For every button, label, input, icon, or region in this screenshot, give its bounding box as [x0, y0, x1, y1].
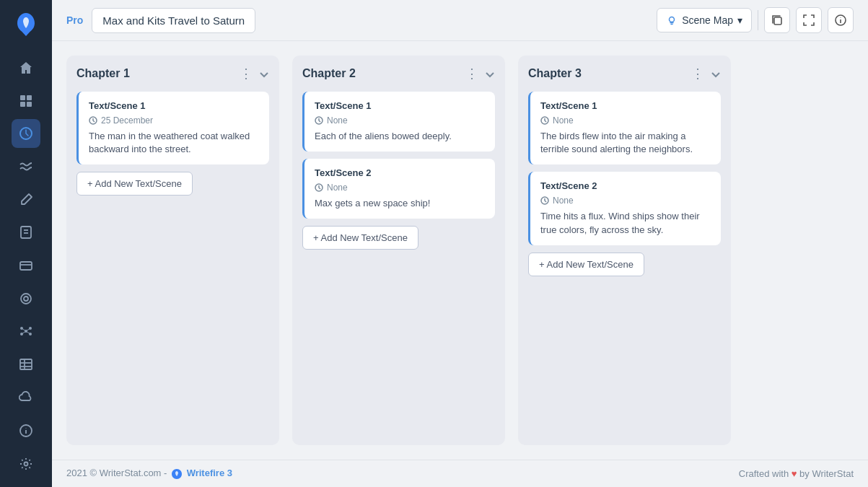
scene-label-ch1-s1: Text/Scene 1 — [89, 100, 259, 111]
scene-text-ch3-s1: The birds flew into the air making a ter… — [540, 130, 711, 156]
scene-label-ch3-s1: Text/Scene 1 — [540, 100, 711, 111]
svg-rect-21 — [20, 359, 32, 369]
chapter-actions-1: ⋮ — [240, 66, 269, 82]
chapters-container: Chapter 1⋮Text/Scene 125 DecemberThe man… — [66, 56, 854, 445]
svg-line-19 — [22, 331, 26, 334]
scene-text-ch2-s1: Each of the aliens bowed deeply. — [315, 130, 485, 143]
header-actions: Scene Map ▾ — [657, 7, 854, 33]
svg-rect-3 — [27, 102, 32, 107]
scene-map-button[interactable]: Scene Map ▾ — [657, 8, 752, 32]
sidebar-item-settings[interactable] — [12, 449, 40, 478]
footer: 2021 © WriterStat.com - Writefire 3 Craf… — [52, 460, 868, 487]
scene-meta-ch3-s1: None — [540, 115, 711, 126]
sidebar-item-grid[interactable] — [12, 87, 40, 115]
svg-rect-5 — [21, 227, 31, 238]
scene-meta-ch3-s2: None — [540, 196, 711, 206]
sidebar-item-book[interactable] — [12, 219, 40, 247]
chapter-more-button-3[interactable]: ⋮ — [691, 66, 705, 82]
scene-meta-ch1-s1: 25 December — [89, 115, 259, 126]
scene-text-ch3-s2: Time hits a flux. Wind ships show their … — [540, 210, 711, 236]
sidebar-item-info[interactable] — [12, 416, 40, 445]
chapter-collapse-button-2[interactable] — [485, 68, 495, 79]
sidebar-item-cloud[interactable] — [12, 383, 40, 412]
sidebar-item-table[interactable] — [12, 350, 40, 379]
fullscreen-button[interactable] — [796, 7, 822, 33]
main-content: Pro Max and Kits Travel to Saturn Scene … — [52, 0, 868, 487]
dropdown-chevron-icon: ▾ — [737, 14, 742, 26]
chapter-title-3: Chapter 3 — [528, 67, 582, 80]
svg-point-28 — [25, 462, 28, 466]
scene-text-ch2-s2: Max gets a new space ship! — [315, 197, 485, 210]
scene-card-ch1-s1[interactable]: Text/Scene 125 DecemberThe man in the we… — [76, 92, 269, 164]
sidebar-item-write[interactable] — [12, 185, 40, 214]
sidebar-item-cluster[interactable] — [12, 317, 40, 346]
header: Pro Max and Kits Travel to Saturn Scene … — [52, 0, 868, 41]
scene-card-ch2-s2[interactable]: Text/Scene 2NoneMax gets a new space shi… — [302, 159, 495, 219]
svg-line-17 — [22, 328, 26, 331]
chapter-actions-2: ⋮ — [465, 66, 495, 82]
svg-rect-2 — [20, 102, 25, 107]
sidebar-item-home[interactable] — [12, 53, 40, 82]
svg-point-27 — [26, 428, 27, 429]
heart-icon: ♥ — [792, 468, 797, 479]
svg-point-11 — [24, 297, 28, 301]
svg-rect-1 — [27, 95, 32, 100]
scene-label-ch3-s2: Text/Scene 2 — [540, 180, 711, 191]
copy-button[interactable] — [764, 7, 790, 33]
scene-card-ch3-s1[interactable]: Text/Scene 1NoneThe birds flew into the … — [528, 92, 721, 164]
svg-point-33 — [841, 17, 841, 18]
add-scene-button-ch2[interactable]: + Add New Text/Scene — [302, 226, 418, 250]
app-logo[interactable] — [14, 12, 38, 38]
info-button[interactable] — [828, 7, 854, 33]
svg-line-18 — [26, 328, 30, 331]
chapter-col-3: Chapter 3⋮Text/Scene 1NoneThe birds flew… — [518, 56, 731, 445]
document-title[interactable]: Max and Kits Travel to Saturn — [92, 8, 255, 33]
svg-rect-0 — [20, 95, 25, 100]
svg-rect-30 — [774, 17, 781, 25]
footer-crafted: Crafted with ♥ by WriterStat — [739, 468, 854, 479]
sidebar — [0, 0, 52, 487]
sidebar-item-cards[interactable] — [12, 251, 40, 280]
scene-meta-ch2-s1: None — [315, 115, 485, 126]
chapter-more-button-2[interactable]: ⋮ — [465, 66, 479, 82]
svg-point-10 — [21, 294, 31, 304]
content-area: Chapter 1⋮Text/Scene 125 DecemberThe man… — [52, 41, 868, 460]
scene-meta-ch2-s2: None — [315, 183, 485, 193]
chapter-header-2: Chapter 2⋮ — [302, 66, 495, 82]
sidebar-item-target[interactable] — [12, 284, 40, 313]
add-scene-button-ch3[interactable]: + Add New Text/Scene — [528, 253, 644, 276]
chapter-collapse-button-3[interactable] — [711, 68, 721, 79]
chapter-col-1: Chapter 1⋮Text/Scene 125 DecemberThe man… — [66, 56, 279, 445]
header-divider — [758, 10, 758, 30]
scene-text-ch1-s1: The man in the weathered coat walked bac… — [89, 130, 259, 156]
sidebar-item-scenes[interactable] — [12, 119, 40, 148]
chapter-title-2: Chapter 2 — [302, 67, 356, 80]
chapter-header-1: Chapter 1⋮ — [76, 66, 269, 82]
scene-label-ch2-s1: Text/Scene 1 — [315, 100, 485, 111]
pro-badge: Pro — [66, 14, 83, 26]
bulb-icon — [666, 14, 678, 26]
svg-point-29 — [670, 17, 675, 22]
scene-map-label: Scene Map — [682, 14, 733, 26]
svg-rect-8 — [20, 262, 32, 270]
svg-line-20 — [26, 331, 30, 334]
footer-copyright: 2021 © WriterStat.com - Writefire 3 — [66, 468, 232, 480]
chapter-col-2: Chapter 2⋮Text/Scene 1NoneEach of the al… — [292, 56, 505, 445]
chapter-header-3: Chapter 3⋮ — [528, 66, 721, 82]
chapter-title-1: Chapter 1 — [76, 67, 130, 80]
chapter-actions-3: ⋮ — [691, 66, 721, 82]
scene-card-ch2-s1[interactable]: Text/Scene 1NoneEach of the aliens bowed… — [302, 92, 495, 152]
sidebar-item-waves[interactable] — [12, 152, 40, 181]
chapter-more-button-1[interactable]: ⋮ — [240, 66, 253, 82]
scene-card-ch3-s2[interactable]: Text/Scene 2NoneTime hits a flux. Wind s… — [528, 172, 721, 245]
chapter-collapse-button-1[interactable] — [259, 68, 269, 79]
add-scene-button-ch1[interactable]: + Add New Text/Scene — [76, 172, 193, 196]
scene-label-ch2-s2: Text/Scene 2 — [315, 167, 485, 178]
